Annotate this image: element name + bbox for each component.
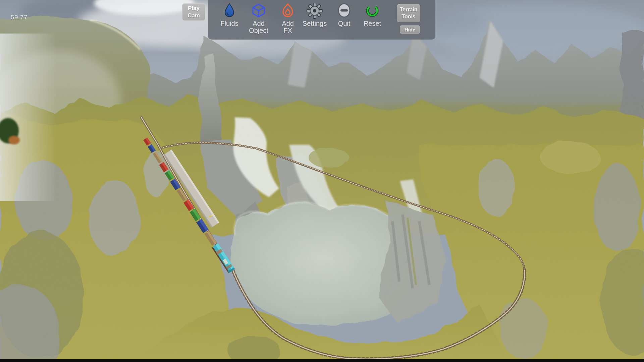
toolbar-item-settings[interactable]: Settings bbox=[300, 0, 329, 40]
toolbar-item-add-object[interactable]: Add Object bbox=[244, 0, 273, 40]
terrain-tools-label-line2: Tools bbox=[397, 13, 420, 20]
play-cam-label-line1: Play bbox=[182, 5, 205, 12]
main-toolbar-panel: Fluids Add Object Add FX bbox=[208, 0, 435, 40]
toolbar-item-label: Reset bbox=[364, 20, 381, 27]
terrain-tools-label-line1: Terrain bbox=[397, 6, 420, 13]
game-window: 59.77 Play Cam Fluids Add O bbox=[0, 0, 644, 362]
toolbar-item-reset[interactable]: Reset bbox=[358, 0, 387, 40]
quit-minus-icon bbox=[336, 0, 352, 19]
toolbar-item-label2: FX bbox=[283, 27, 292, 34]
foreground-left bbox=[0, 34, 57, 201]
fps-counter: 59.77 bbox=[11, 14, 28, 21]
toolbar-item-label: Settings bbox=[303, 20, 327, 27]
mossy-terrain bbox=[0, 87, 644, 362]
toolbar-item-label: Fluids bbox=[220, 20, 238, 27]
play-cam-label-line2: Cam bbox=[182, 12, 205, 19]
bottom-letterbox-bar bbox=[0, 359, 644, 362]
terrain-tools-button[interactable]: Terrain Tools bbox=[397, 4, 420, 22]
toolbar-item-label: Add bbox=[282, 20, 294, 27]
toolbar-item-quit[interactable]: Quit bbox=[330, 0, 359, 40]
water-drop-icon bbox=[223, 0, 236, 19]
hide-button[interactable]: Hide bbox=[400, 25, 420, 34]
hide-button-label: Hide bbox=[400, 27, 420, 33]
reset-circular-arrow-icon bbox=[365, 0, 380, 19]
toolbar-item-add-fx[interactable]: Add FX bbox=[273, 0, 302, 40]
toolbar-item-fluids[interactable]: Fluids bbox=[215, 0, 244, 40]
toolbar-item-label2: Object bbox=[249, 27, 268, 34]
cube-icon bbox=[251, 0, 267, 19]
autumn-bush bbox=[8, 136, 20, 144]
play-cam-button[interactable]: Play Cam bbox=[182, 3, 205, 21]
toolbar-item-label: Add bbox=[253, 20, 265, 27]
flame-icon bbox=[280, 0, 296, 19]
toolbar-item-label: Quit bbox=[338, 20, 351, 27]
gear-icon bbox=[307, 0, 323, 19]
game-viewport[interactable] bbox=[0, 0, 644, 362]
